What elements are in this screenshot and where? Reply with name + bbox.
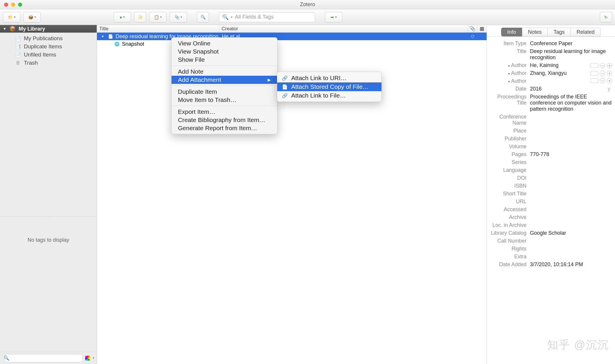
field-row-archive: Archive — [488, 213, 612, 221]
menu-item-move-item-to-trash[interactable]: Move Item to Trash… — [172, 96, 277, 104]
submenu-item-attach-link-to-uri[interactable]: 🔗Attach Link to URI… — [277, 74, 381, 82]
menu-item-add-attachment[interactable]: Add Attachment▶ — [172, 76, 277, 84]
submenu-item-label: Attach Link to File… — [291, 92, 346, 99]
file-icon: 📄 — [282, 84, 288, 90]
attach-button[interactable]: 📎▾ — [169, 12, 187, 22]
column-attachment[interactable]: 📎 — [468, 25, 477, 32]
tab-tags[interactable]: Tags — [548, 28, 571, 36]
menu-item-label: View Online — [178, 40, 211, 47]
add-author-button[interactable]: + — [607, 71, 612, 76]
new-item-button[interactable]: ●▾ — [114, 12, 131, 22]
chevron-down-icon[interactable]: ▼ — [508, 80, 510, 83]
field-row-accessed: Accessed — [488, 206, 612, 213]
library-header[interactable]: ▼ 📦 My Library — [0, 25, 97, 33]
field-label: Library Catalog — [488, 230, 526, 236]
items-header: Title Creator 📎 ▦ — [97, 25, 487, 33]
field-label: Accessed — [488, 206, 526, 213]
menu-item-label: Add Attachment — [178, 76, 221, 83]
field-value[interactable]: Conference Paper — [530, 40, 612, 47]
menu-item-add-note[interactable]: Add Note — [172, 68, 277, 76]
menu-item-generate-report-from-item[interactable]: Generate Report from Item… — [172, 124, 277, 132]
field-row-url: URL — [488, 198, 612, 206]
field-value[interactable]: Deep residual learning for image recogni… — [530, 48, 612, 61]
menu-item-label: Add Note — [178, 68, 204, 75]
new-note-button[interactable]: 📋▾ — [149, 12, 167, 22]
field-value[interactable]: Proceedings of the IEEE conference on co… — [530, 94, 612, 112]
remove-author-button[interactable]: − — [600, 71, 605, 76]
field-row-short-title: Short Title — [488, 190, 612, 198]
plus-circle-icon: ● — [120, 15, 122, 20]
sidebar-item-label: Duplicate Items — [24, 43, 62, 50]
chevron-down-icon[interactable]: ▼ — [508, 72, 510, 75]
field-row-pages: Pages770-778 — [488, 151, 612, 158]
field-row-publisher: Publisher — [488, 135, 612, 143]
tab-related[interactable]: Related — [571, 28, 601, 36]
link-icon: 🔗 — [282, 92, 288, 99]
field-value[interactable]: 3/7/2020, 10:16:14 PM — [530, 261, 612, 268]
field-value[interactable]: −+ — [530, 78, 612, 83]
sidebar-item-unfiled-items[interactable]: 📄Unfiled Items — [0, 51, 97, 59]
menu-item-duplicate-item[interactable]: Duplicate Item — [172, 88, 277, 96]
remove-author-button[interactable]: − — [600, 63, 605, 68]
chevron-down-icon[interactable]: ▾ — [93, 356, 94, 360]
field-row-date: Date2016y — [488, 85, 612, 93]
field-label: ISBN — [488, 183, 526, 189]
wand-icon: ✨ — [138, 15, 143, 20]
field-value[interactable]: 2016y — [530, 86, 612, 92]
column-title[interactable]: Title — [97, 25, 219, 32]
field-value[interactable]: 770-778 — [530, 151, 612, 158]
item-info-panel: InfoNotesTagsRelated Item TypeConference… — [487, 25, 615, 364]
menu-item-show-file[interactable]: Show File — [172, 56, 277, 64]
chevron-right-icon: ▶ — [268, 77, 271, 82]
add-author-button[interactable]: + — [607, 78, 612, 83]
chevron-down-icon[interactable]: ▼ — [508, 64, 510, 68]
tag-filter-input[interactable] — [5, 354, 83, 362]
column-creator[interactable]: Creator — [219, 25, 468, 32]
color-swatch-icon[interactable] — [85, 356, 90, 361]
menu-item-view-online[interactable]: View Online — [172, 39, 277, 47]
sidebar-item-duplicate-items[interactable]: 📑Duplicate Items — [0, 43, 97, 51]
collection-icon: 📑 — [15, 44, 21, 50]
field-value[interactable]: Zhang, Xiangyu−+ — [530, 70, 612, 76]
tab-info[interactable]: Info — [501, 28, 522, 36]
submenu-item-label: Attach Link to URI… — [291, 75, 347, 82]
field-row-isbn: ISBN — [488, 182, 612, 190]
sidebar-item-my-publications[interactable]: 📄My Publications — [0, 34, 97, 43]
swap-names-button[interactable] — [591, 78, 598, 83]
document-icon: 📄 — [107, 33, 113, 39]
sync-button[interactable]: ↻ — [600, 12, 612, 22]
item-attachment-row[interactable]: 🌐Snapshot — [97, 40, 487, 48]
sidebar-item-label: My Publications — [24, 35, 63, 42]
field-label: DOI — [488, 175, 526, 181]
chevron-down-icon[interactable]: ▼ — [101, 35, 105, 38]
submenu-item-attach-stored-copy-of-file[interactable]: 📄Attach Stored Copy of File… — [277, 82, 381, 91]
sync-icon: ↻ — [604, 15, 608, 20]
field-value[interactable]: He, Kaiming−+ — [530, 62, 612, 68]
field-row-author: ▼AuthorZhang, Xiangyu−+ — [488, 69, 612, 77]
swap-names-button[interactable] — [591, 71, 598, 76]
quick-search-field[interactable]: 🔍▾ All Fields & Tags — [219, 12, 315, 22]
drag-handle-icon[interactable]: ⋯ — [0, 217, 97, 220]
remove-author-button[interactable]: − — [600, 78, 605, 83]
new-collection-button[interactable]: 📁▾ — [3, 12, 20, 22]
menu-item-create-bibliography-from-item[interactable]: Create Bibliography from Item… — [172, 116, 277, 124]
sidebar-item-trash[interactable]: 🗑Trash — [0, 59, 97, 67]
submenu-item-attach-link-to-file[interactable]: 🔗Attach Link to File… — [277, 91, 381, 100]
column-picker[interactable]: ▦ — [477, 25, 487, 32]
locate-button[interactable]: ➡▾ — [325, 12, 342, 22]
add-by-identifier-button[interactable]: ✨ — [134, 12, 146, 22]
item-row[interactable]: ▼📄Deep residual learning for image recog… — [97, 33, 487, 40]
menu-item-label: Generate Report from Item… — [178, 125, 257, 132]
swap-names-button[interactable] — [591, 63, 598, 68]
field-value[interactable]: Google Scholar — [530, 230, 612, 236]
no-tags-label: No tags to display — [0, 220, 97, 352]
advanced-search-button[interactable]: 🔍 — [197, 12, 209, 22]
add-author-button[interactable]: + — [607, 63, 612, 68]
titlebar: Zotero — [0, 0, 615, 9]
field-label: Item Type — [488, 40, 526, 47]
tab-notes[interactable]: Notes — [522, 28, 548, 36]
new-library-button[interactable]: 📦▾ — [23, 12, 41, 22]
menu-item-export-item[interactable]: Export Item… — [172, 108, 277, 116]
library-title: My Library — [19, 26, 45, 32]
menu-item-view-snapshot[interactable]: View Snapshot — [172, 47, 277, 56]
